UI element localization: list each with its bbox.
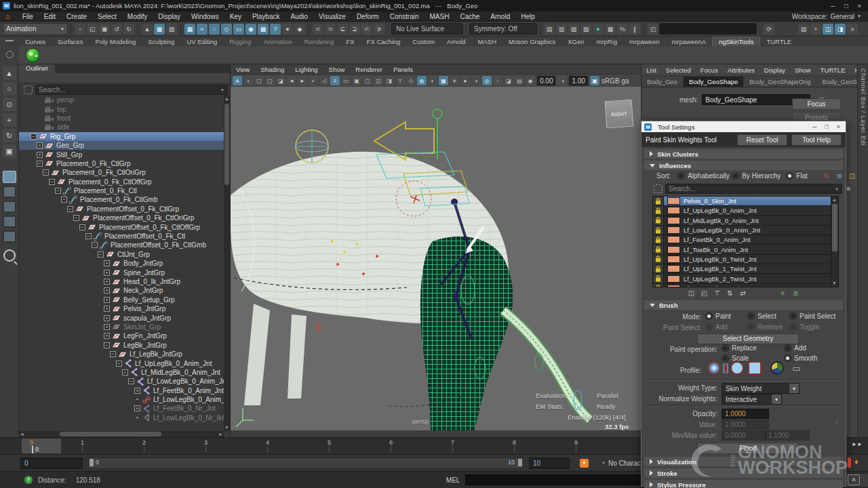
animation-end-field[interactable]: 10	[529, 458, 570, 469]
outliner-item-placementoffset-0-fk-ctl[interactable]: −PlacementOffset_0_Fk_Ctl	[19, 232, 224, 241]
viewport-toolbar-icon-24[interactable]: ▫	[493, 76, 502, 85]
outliner-item-placement-0-fk-ctlgrp[interactable]: −Placement_0_Fk_CtlGrp	[19, 159, 224, 168]
collapse-icon[interactable]: −	[67, 206, 73, 212]
shelf-tab-ngskintools[interactable]: ngSkinTools	[712, 37, 760, 46]
viewport-toolbar-icon-12[interactable]: ▢	[363, 76, 372, 85]
mode-option-select[interactable]: Select	[747, 312, 789, 320]
influence-color-swatch[interactable]	[667, 285, 680, 287]
refresh-influences-icon[interactable]: ↻	[821, 171, 831, 180]
new-scene-icon[interactable]: ▫	[75, 24, 85, 35]
menu-edit[interactable]: Edit	[39, 13, 61, 20]
shelf-tab-custom[interactable]: Custom	[406, 37, 441, 46]
minimize-window-icon[interactable]: ─	[812, 123, 816, 130]
snap-mm-icon[interactable]: ▩	[258, 24, 269, 35]
shelf-tab-arnold[interactable]: Arnold	[441, 37, 471, 46]
sidebar-tab-channel-box[interactable]: Channel Box / Layer Edi	[860, 68, 867, 146]
viewport-toolbar-icon-21[interactable]: ●	[460, 76, 470, 85]
lock-selection-icon[interactable]: ●	[282, 24, 293, 35]
viewport-canvas[interactable]: RIGHT Evaluation: Parallel EM Stats: Rea…	[231, 87, 641, 430]
construction-c3-icon[interactable]: ⊆	[337, 24, 348, 35]
outliner-item-ctljnt-grp[interactable]: −CtlJnt_Grp	[19, 250, 224, 259]
shelf-tab-motion-graphics[interactable]: Motion Graphics	[502, 37, 561, 46]
exposure-icon[interactable]: ◉	[526, 76, 535, 85]
outliner-item-placement-0-fk-ctlgmb[interactable]: −Placement_0_Fk_CtlGmb	[19, 195, 224, 204]
construction-c4-icon[interactable]: ⊇	[349, 24, 360, 35]
move-weights-icon[interactable]: ⇅	[725, 289, 735, 298]
influence-search-input[interactable]: Search... ▼	[665, 184, 842, 194]
outliner-item-placementoffset-0-fk-ctlgrp[interactable]: −PlacementOffset_0_Fk_CtlGrp	[19, 205, 224, 214]
influence-item-lf-uplegbk-1-twist-jnt[interactable]: Lf_UpLegBk_1_Twist_Jnt	[653, 264, 833, 274]
collapse-icon[interactable]: −	[122, 369, 128, 375]
ngskintools-shelf-icon[interactable]	[26, 48, 40, 62]
viewport-menu-panels[interactable]: Panels	[388, 66, 418, 73]
viewport-toolbar-icon-8[interactable]: ◁	[319, 76, 329, 85]
layer-stack-icon[interactable]: ≡	[847, 24, 858, 35]
panel-pane2-icon[interactable]: ◨	[835, 24, 846, 35]
viewport-toolbar-icon-3[interactable]: ▢	[265, 76, 275, 85]
shelf-tab-turtle[interactable]: TURTLE	[760, 37, 797, 46]
range-start-handle[interactable]	[90, 459, 94, 466]
render-ipr-icon[interactable]: ▧	[568, 24, 579, 35]
undo-icon[interactable]: ↺	[111, 24, 122, 35]
add-filter-icon[interactable]: ≡	[844, 184, 854, 193]
quick-select-icon[interactable]: ◰	[648, 24, 658, 35]
layout-two-pane-button[interactable]	[3, 201, 16, 213]
viewport-menu-lighting[interactable]: Lighting	[290, 66, 323, 73]
expand-icon[interactable]: +	[104, 279, 110, 285]
snap-curve-icon[interactable]: ≈	[197, 24, 208, 35]
magnifier-icon[interactable]	[3, 249, 16, 262]
shelf-tab-uv-editing[interactable]: UV Editing	[180, 37, 223, 46]
scroll-down-icon[interactable]: ▼	[224, 424, 230, 431]
menu-constrain[interactable]: Constrain	[384, 13, 425, 20]
menu-select[interactable]: Select	[92, 13, 122, 20]
influence-item-lf-uplegbk-0-twist-jnt[interactable]: Lf_UpLegBk_0_Twist_Jnt	[653, 255, 833, 264]
shelf-tab-surfaces[interactable]: Surfaces	[52, 37, 90, 46]
maximize-window-icon[interactable]: □	[844, 3, 848, 9]
paint-op-add[interactable]: Add	[784, 344, 806, 352]
ae-menu-attributes[interactable]: Attributes	[723, 66, 760, 74]
shelf-tab-mrprig[interactable]: mrpRig	[590, 37, 623, 46]
shelf-tab-mrpaween[interactable]: mrpaween	[623, 37, 665, 46]
script-editor-icon[interactable]: A	[848, 474, 860, 485]
ae-menu-turtle[interactable]: TURTLE	[816, 66, 850, 74]
construction-c2-icon[interactable]: ⊃	[325, 24, 336, 35]
influences-scrollbar[interactable]: ▲ ▼	[831, 196, 839, 287]
outliner-item-legfn-jntgrp[interactable]: +LegFn_JntGrp	[19, 331, 224, 340]
outliner-item-placementoffset-0-fk-ctlorigrp[interactable]: −PlacementOffset_0_Fk_CtlOriGrp	[19, 214, 224, 222]
menu-display[interactable]: Display	[153, 13, 186, 20]
expand-icon[interactable]: +	[104, 260, 110, 266]
select-object-icon[interactable]: ▦	[154, 24, 165, 35]
ae-tab-body-geoshapeorig[interactable]: Body_GeoShapeOrig	[744, 77, 816, 87]
outliner-item-lf-feetbk-0-anim-jnt[interactable]: +Lf_FeetBk_0_Anim_Jnt	[19, 386, 224, 395]
collapse-icon[interactable]: −	[128, 378, 134, 384]
viewport-toolbar-icon-2[interactable]: ▢	[254, 76, 264, 85]
profile-square-icon[interactable]	[748, 361, 762, 375]
construction-c5-icon[interactable]: ⊂	[361, 24, 372, 35]
live-surface-field[interactable]: No Live Surface	[391, 23, 463, 35]
ae-menu-list[interactable]: List	[642, 66, 661, 74]
step-forward-icon[interactable]: ►►	[852, 441, 863, 447]
outliner-vertical-scrollbar[interactable]: ▲ ▼	[224, 96, 230, 431]
profile-image-icon[interactable]	[770, 361, 784, 375]
render-region-icon[interactable]: ▥	[556, 24, 567, 35]
layout-outliner-persp-button[interactable]	[3, 230, 16, 243]
home-icon[interactable]: ⌂	[5, 12, 10, 20]
panel-pane-icon[interactable]: ◫	[823, 24, 833, 35]
influence-item-lf-uplegbk-2-twist-jnt[interactable]: Lf_UpLegBk_2_Twist_Jnt	[653, 274, 833, 283]
move-tool-icon[interactable]: +	[3, 113, 16, 127]
snap-view-plane-icon[interactable]: ▭	[233, 24, 244, 35]
section-stylus-pressure[interactable]: Stylus Pressure	[644, 480, 843, 488]
lock-icon[interactable]	[653, 274, 664, 283]
outliner-item-lf-feetbk-0-nr-jnt[interactable]: +Lf_FeetBk_0_Nr_Jnt	[19, 404, 224, 413]
snap-point-icon[interactable]: ∴	[209, 24, 220, 35]
expand-icon[interactable]: +	[134, 405, 140, 411]
collapse-icon[interactable]: −	[85, 233, 92, 239]
outliner-item-placementoffset-0-fk-ctlgmb[interactable]: −PlacementOffset_0_Fk_CtlGmb	[19, 241, 224, 249]
make-live-icon[interactable]: ◉	[245, 24, 256, 35]
open-scene-icon[interactable]: ◱	[87, 24, 98, 35]
expand-icon[interactable]: +	[134, 388, 140, 394]
influence-color-swatch[interactable]	[667, 217, 680, 224]
menu-create[interactable]: Create	[61, 13, 92, 20]
lock-icon[interactable]	[653, 235, 664, 244]
select-tool-icon[interactable]: ▲	[3, 66, 16, 80]
